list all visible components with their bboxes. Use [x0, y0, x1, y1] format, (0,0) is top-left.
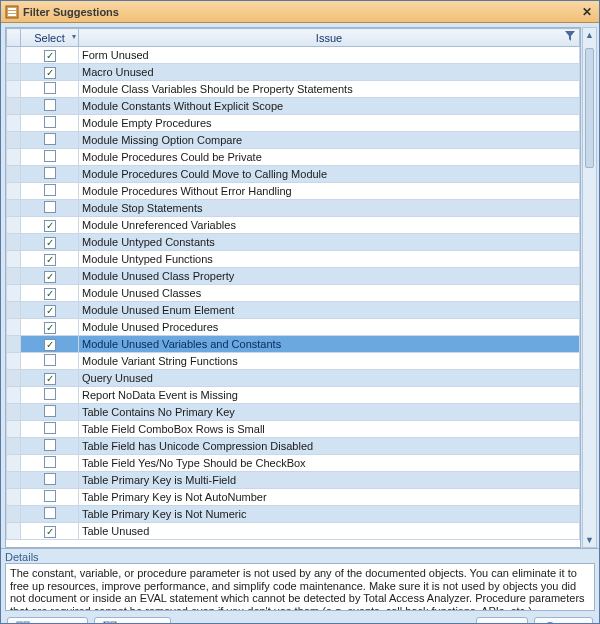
- issue-cell[interactable]: Module Unused Enum Element: [79, 302, 580, 319]
- row-selector[interactable]: [7, 81, 21, 98]
- row-selector[interactable]: [7, 370, 21, 387]
- row-selector[interactable]: [7, 472, 21, 489]
- checkbox[interactable]: [44, 507, 56, 519]
- row-selector-header[interactable]: [7, 29, 21, 47]
- row-selector[interactable]: [7, 455, 21, 472]
- issue-cell[interactable]: Module Untyped Constants: [79, 234, 580, 251]
- table-row[interactable]: ✓Query Unused: [7, 370, 580, 387]
- table-row[interactable]: ✓Module Unused Classes: [7, 285, 580, 302]
- table-row[interactable]: ✓Module Unused Enum Element: [7, 302, 580, 319]
- row-selector[interactable]: [7, 217, 21, 234]
- checkbox[interactable]: [44, 405, 56, 417]
- help-button[interactable]: ? Help: [534, 617, 593, 624]
- row-selector[interactable]: [7, 523, 21, 540]
- select-cell[interactable]: [21, 404, 79, 421]
- issue-cell[interactable]: Module Unused Classes: [79, 285, 580, 302]
- row-selector[interactable]: [7, 149, 21, 166]
- select-cell[interactable]: [21, 98, 79, 115]
- issue-cell[interactable]: Table Primary Key is Multi-Field: [79, 472, 580, 489]
- vertical-scrollbar[interactable]: ▲ ▼: [582, 27, 597, 548]
- select-cell[interactable]: ✓: [21, 285, 79, 302]
- issue-cell[interactable]: Module Variant String Functions: [79, 353, 580, 370]
- checkbox[interactable]: [44, 354, 56, 366]
- row-selector[interactable]: [7, 64, 21, 81]
- checkbox[interactable]: ✓: [44, 339, 56, 351]
- select-cell[interactable]: [21, 438, 79, 455]
- select-cell[interactable]: [21, 472, 79, 489]
- select-cell[interactable]: ✓: [21, 336, 79, 353]
- row-selector[interactable]: [7, 421, 21, 438]
- table-row[interactable]: ✓Form Unused: [7, 47, 580, 64]
- checkbox[interactable]: ✓: [44, 50, 56, 62]
- row-selector[interactable]: [7, 319, 21, 336]
- table-row[interactable]: ✓Module Unused Class Property: [7, 268, 580, 285]
- table-row[interactable]: Module Constants Without Explicit Scope: [7, 98, 580, 115]
- select-cell[interactable]: [21, 166, 79, 183]
- issue-cell[interactable]: Module Procedures Could Move to Calling …: [79, 166, 580, 183]
- issue-cell[interactable]: Table Unused: [79, 523, 580, 540]
- issue-cell[interactable]: Table Field ComboBox Rows is Small: [79, 421, 580, 438]
- checkbox[interactable]: [44, 99, 56, 111]
- row-selector[interactable]: [7, 506, 21, 523]
- row-selector[interactable]: [7, 183, 21, 200]
- issue-cell[interactable]: Module Unused Variables and Constants: [79, 336, 580, 353]
- row-selector[interactable]: [7, 98, 21, 115]
- select-cell[interactable]: [21, 115, 79, 132]
- row-selector[interactable]: [7, 285, 21, 302]
- select-cell[interactable]: [21, 149, 79, 166]
- checkbox[interactable]: ✓: [44, 373, 56, 385]
- filter-icon[interactable]: [565, 31, 575, 43]
- ok-button[interactable]: OK: [476, 617, 528, 624]
- row-selector[interactable]: [7, 200, 21, 217]
- table-row[interactable]: Table Primary Key is Not Numeric: [7, 506, 580, 523]
- select-cell[interactable]: ✓: [21, 370, 79, 387]
- issue-cell[interactable]: Module Missing Option Compare: [79, 132, 580, 149]
- select-cell[interactable]: ✓: [21, 319, 79, 336]
- checkbox[interactable]: ✓: [44, 288, 56, 300]
- select-cell[interactable]: ✓: [21, 268, 79, 285]
- checkbox[interactable]: [44, 388, 56, 400]
- checkbox[interactable]: [44, 184, 56, 196]
- issue-cell[interactable]: Report NoData Event is Missing: [79, 387, 580, 404]
- select-cell[interactable]: [21, 183, 79, 200]
- issue-cell[interactable]: Module Empty Procedures: [79, 115, 580, 132]
- table-row[interactable]: ✓Module Unused Procedures: [7, 319, 580, 336]
- issue-cell[interactable]: Table Primary Key is Not AutoNumber: [79, 489, 580, 506]
- checkbox[interactable]: [44, 82, 56, 94]
- checkbox[interactable]: [44, 422, 56, 434]
- checkbox[interactable]: [44, 167, 56, 179]
- issue-cell[interactable]: Macro Unused: [79, 64, 580, 81]
- issue-cell[interactable]: Module Unreferenced Variables: [79, 217, 580, 234]
- select-cell[interactable]: [21, 489, 79, 506]
- checkbox[interactable]: ✓: [44, 271, 56, 283]
- chevron-down-icon[interactable]: ▾: [72, 32, 76, 41]
- select-cell[interactable]: ✓: [21, 217, 79, 234]
- select-cell[interactable]: ✓: [21, 251, 79, 268]
- select-all-button[interactable]: Select All: [7, 617, 88, 624]
- select-cell[interactable]: [21, 200, 79, 217]
- checkbox[interactable]: [44, 133, 56, 145]
- table-row[interactable]: Module Missing Option Compare: [7, 132, 580, 149]
- issue-cell[interactable]: Table Field has Unicode Compression Disa…: [79, 438, 580, 455]
- select-column-header[interactable]: Select ▾: [21, 29, 79, 47]
- issue-cell[interactable]: Module Procedures Without Error Handling: [79, 183, 580, 200]
- select-cell[interactable]: [21, 421, 79, 438]
- scroll-up-icon[interactable]: ▲: [583, 28, 596, 42]
- checkbox[interactable]: [44, 116, 56, 128]
- checkbox[interactable]: ✓: [44, 237, 56, 249]
- issue-cell[interactable]: Form Unused: [79, 47, 580, 64]
- row-selector[interactable]: [7, 438, 21, 455]
- row-selector[interactable]: [7, 268, 21, 285]
- issue-cell[interactable]: Module Unused Class Property: [79, 268, 580, 285]
- table-row[interactable]: Table Field has Unicode Compression Disa…: [7, 438, 580, 455]
- checkbox[interactable]: [44, 490, 56, 502]
- table-row[interactable]: Module Empty Procedures: [7, 115, 580, 132]
- checkbox[interactable]: [44, 201, 56, 213]
- select-cell[interactable]: [21, 353, 79, 370]
- table-row[interactable]: Report NoData Event is Missing: [7, 387, 580, 404]
- table-row[interactable]: Module Stop Statements: [7, 200, 580, 217]
- table-row[interactable]: ✓Module Untyped Constants: [7, 234, 580, 251]
- issue-cell[interactable]: Module Procedures Could be Private: [79, 149, 580, 166]
- issue-cell[interactable]: Query Unused: [79, 370, 580, 387]
- table-row[interactable]: Table Contains No Primary Key: [7, 404, 580, 421]
